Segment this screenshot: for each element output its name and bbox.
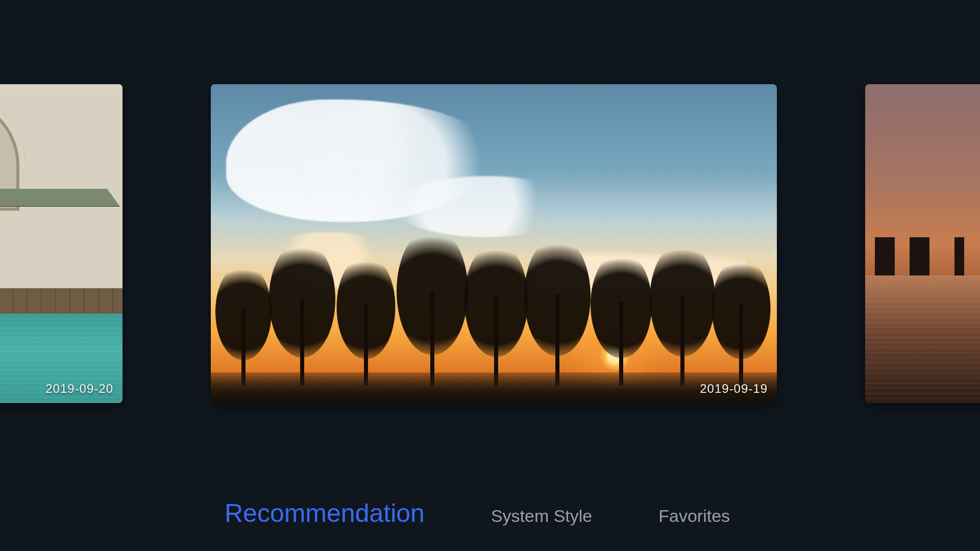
- scene-awning: [0, 189, 120, 206]
- category-tabs: Recommendation System Style Favorites: [225, 498, 796, 528]
- tab-favorites[interactable]: Favorites: [658, 506, 730, 526]
- wallpaper-carousel[interactable]: 2019-09-20 2019-09-19: [0, 84, 980, 403]
- tab-recommendation[interactable]: Recommendation: [225, 498, 425, 528]
- scene-trees: [211, 253, 777, 386]
- wallpaper-date: 2019-09-19: [700, 382, 768, 396]
- scene-ground: [211, 372, 777, 403]
- scene-river: [865, 276, 980, 403]
- scene-clouds: [226, 99, 492, 222]
- tab-system-style[interactable]: System Style: [491, 506, 592, 526]
- scene-dock: [0, 288, 122, 314]
- wallpaper-card-current[interactable]: 2019-09-19: [211, 84, 777, 403]
- wallpaper-card-next[interactable]: [865, 84, 980, 403]
- wallpaper-card-prev[interactable]: 2019-09-20: [0, 84, 122, 403]
- scene-skyline: [865, 237, 980, 276]
- wallpaper-date: 2019-09-20: [45, 382, 113, 396]
